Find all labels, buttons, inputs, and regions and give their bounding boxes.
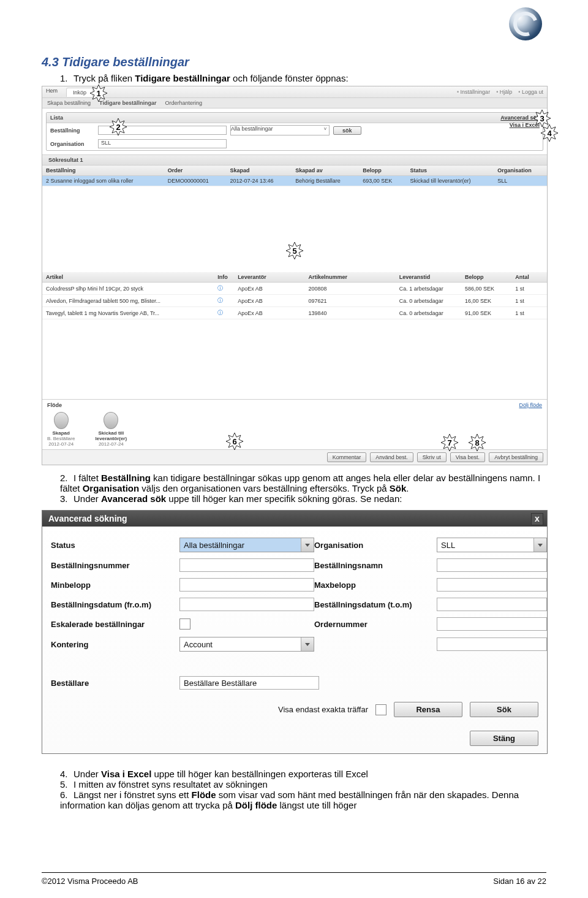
text-field[interactable]	[437, 617, 547, 631]
flow-panel: Flöde Dölj flöde	[42, 399, 547, 412]
callout-1: 1	[90, 85, 107, 102]
button-comment[interactable]: Kommentar	[327, 452, 367, 462]
crumb[interactable]: Tidigare beställningar	[99, 100, 156, 106]
table-header: BeställningOrderSkapad Skapad avBeloppSt…	[42, 166, 547, 176]
button-use-order[interactable]: Använd best.	[370, 452, 413, 462]
link-hide-flow[interactable]: Dölj flöde	[519, 402, 542, 408]
callout-4: 4	[541, 124, 558, 142]
flow-title: Flöde	[47, 402, 62, 408]
flow-step: Skapad B. Beställare 2012-07-24	[47, 412, 75, 447]
tab-hem[interactable]: Hem	[46, 88, 58, 97]
field-label: Organisation	[314, 541, 437, 550]
table-row[interactable]: Tavegyl, tablett 1 mg Novartis Sverige A…	[42, 307, 547, 319]
step-3: 3.Under Avancerad sök uppe till höger ka…	[60, 493, 546, 504]
text-field[interactable]	[179, 598, 314, 611]
table-row[interactable]: 2 Susanne inloggad som olika rollerDEMO0…	[42, 176, 547, 186]
link-settings[interactable]: Inställningar	[457, 89, 490, 95]
label-exact: Visa endast exakta träffar	[278, 705, 368, 714]
orders-table: BeställningOrderSkapad Skapad avBeloppSt…	[42, 166, 547, 186]
info-icon[interactable]: ⓘ	[214, 307, 234, 319]
dialog-title: Avancerad sökning x	[42, 511, 547, 527]
drop-icon	[54, 412, 69, 429]
tab-inkop[interactable]: Inköp	[66, 88, 93, 97]
table-row[interactable]: Alvedon, Filmdragerad tablett 500 mg, Bl…	[42, 295, 547, 307]
callout-2: 2	[110, 118, 127, 135]
field-label: Minbelopp	[51, 580, 179, 590]
callout-8: 8	[469, 434, 486, 451]
filter-input-org[interactable]: SLL	[98, 139, 227, 148]
checkbox-exact[interactable]	[375, 704, 386, 715]
checkbox-field[interactable]	[179, 618, 190, 630]
field-label: Beställningsnamn	[314, 561, 437, 570]
search-button[interactable]: sök	[333, 126, 361, 135]
link-help[interactable]: Hjälp	[496, 89, 512, 95]
field-label: Eskalerade beställningar	[51, 620, 179, 629]
breadcrumb: Skapa beställning Tidigare beställningar…	[42, 98, 547, 108]
select-field[interactable]: Account	[179, 637, 314, 652]
field-label: Beställningsdatum (fr.o.m)	[51, 600, 179, 609]
callout-6: 6	[226, 433, 243, 450]
dialog-advanced-search: Avancerad sökning x StatusAlla beställni…	[42, 510, 548, 754]
text-field[interactable]	[437, 558, 547, 572]
table-header: Artikel Info Leverantör Artikelnummer Le…	[42, 272, 547, 283]
button-print[interactable]: Skriv ut	[417, 452, 447, 462]
step-2: 2.I fältet Beställning kan tidigare best…	[60, 473, 546, 493]
field-label: Beställningsnummer	[51, 561, 179, 570]
crumb[interactable]: Skapa beställning	[47, 100, 91, 106]
footer-right: Sidan 16 av 22	[493, 877, 546, 886]
button-rensa[interactable]: Rensa	[394, 702, 462, 717]
step-5: 5.I mitten av fönstret syns resultatet a…	[60, 779, 546, 790]
filter-label-bestallning: Beställning	[50, 127, 94, 134]
step-4: 4.Under Visa i Excel uppe till höger kan…	[60, 769, 546, 779]
app-topbar: Hem Inköp Inställningar Hjälp Logga ut	[42, 86, 547, 98]
info-icon[interactable]: ⓘ	[214, 295, 234, 307]
articles-table: Artikel Info Leverantör Artikelnummer Le…	[42, 272, 547, 319]
crumb[interactable]: Orderhantering	[165, 100, 202, 106]
flow-step: Skickad till leverantör(er) 2012-07-24	[89, 412, 132, 447]
callout-7: 7	[441, 434, 458, 451]
filter-label-org: Organisation	[50, 141, 94, 147]
action-bar: Kommentar Använd best. Skriv ut Visa bes…	[42, 449, 547, 465]
footer-left: ©2012 Visma Proceedo AB	[42, 877, 138, 886]
field-label: Ordernummer	[314, 620, 437, 629]
text-field[interactable]	[437, 598, 547, 611]
table-row[interactable]: ColodressP slhp Mini hf 19Cpr, 20 styckⓘ…	[42, 283, 547, 295]
section-heading: 4.3 Tidigare beställningar	[42, 55, 546, 69]
page-footer: ©2012 Visma Proceedo AB Sidan 16 av 22	[42, 872, 546, 886]
field-label: Status	[51, 541, 179, 550]
text-field[interactable]	[437, 578, 547, 592]
info-icon[interactable]: ⓘ	[214, 283, 234, 295]
button-cancel-order[interactable]: Avbryt beställning	[489, 452, 543, 462]
button-stang[interactable]: Stäng	[470, 731, 538, 746]
select-field[interactable]: Alla beställningar	[179, 538, 314, 552]
field-label: Beställningsdatum (t.o.m)	[314, 600, 437, 609]
app-screenshot: 1 2 3 4 5 6 7 8 Hem Inköp Inställningar …	[42, 86, 548, 465]
callout-5: 5	[286, 242, 303, 259]
field-label: Kontering	[51, 640, 179, 649]
field-label: Maxbelopp	[314, 580, 437, 590]
button-sok[interactable]: Sök	[470, 702, 538, 717]
label-bestallare: Beställare	[51, 679, 179, 688]
text-field[interactable]	[179, 578, 314, 592]
filter-select-type[interactable]: Alla beställningar	[230, 125, 330, 135]
text-field[interactable]	[179, 558, 314, 572]
brand-logo	[509, 7, 542, 40]
button-show-order[interactable]: Visa best.	[450, 452, 485, 462]
step-1: 1.Tryck på fliken Tidigare beställningar…	[60, 73, 546, 83]
step-6: 6.Längst ner i fönstret syns ett Flöde s…	[60, 790, 546, 810]
text-field[interactable]	[437, 637, 547, 651]
link-logout[interactable]: Logga ut	[518, 89, 543, 95]
input-bestallare[interactable]: Beställare Beställare	[179, 676, 319, 690]
close-icon[interactable]: x	[531, 513, 543, 525]
drop-icon	[104, 412, 118, 429]
results-count: Sökresultat 1	[42, 154, 547, 166]
select-field[interactable]: SLL	[437, 538, 547, 552]
